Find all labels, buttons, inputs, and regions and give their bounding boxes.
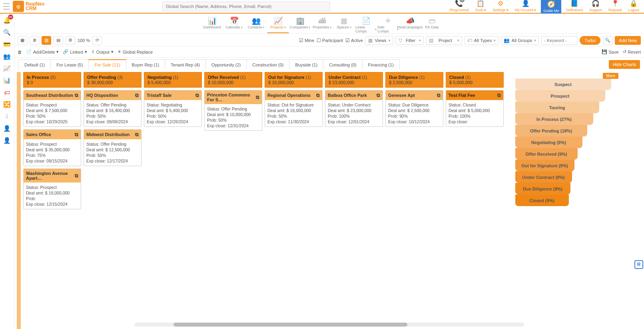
nav-companies[interactable]: 🏢Companies bbox=[289, 15, 311, 33]
card-title[interactable]: HQ Disposition⧉ bbox=[84, 90, 141, 100]
top-tools[interactable]: 📋Tools bbox=[473, 0, 488, 12]
top-definitions[interactable]: 📘Definitions bbox=[564, 0, 584, 12]
column-header[interactable]: Under Contract (1)$ 23,000,000 bbox=[325, 72, 383, 88]
project-card[interactable]: Princeton Commons For S…⧉Status: Offer P… bbox=[204, 90, 262, 131]
project-card[interactable]: Test Flat Fee⧉Status: ClosedDeal amt: $ … bbox=[446, 90, 504, 127]
top-ringcentral[interactable]: 📞0RingCentral bbox=[448, 0, 471, 12]
rail-people[interactable]: 👥 bbox=[4, 53, 11, 60]
tab-for-sale[interactable]: For Sale (11) bbox=[88, 59, 126, 70]
rail-user-grey[interactable]: 👤 bbox=[4, 125, 11, 132]
tab-buyer-rep[interactable]: Buyer Rep (1) bbox=[126, 59, 165, 70]
open-card-icon[interactable]: ⧉ bbox=[256, 94, 259, 100]
card-title[interactable]: Sales Office⧉ bbox=[24, 130, 81, 139]
save-button[interactable]: 💾 Save bbox=[602, 49, 619, 54]
rail-alerts[interactable]: 🔔26 bbox=[4, 17, 11, 24]
tab-default[interactable]: Default (1) bbox=[18, 59, 51, 70]
funnel-segment[interactable]: Closed (9%) bbox=[515, 195, 569, 206]
column-header[interactable]: Negotiating (1)$ 5,400,000 bbox=[144, 72, 202, 88]
keyword-input[interactable] bbox=[541, 36, 577, 45]
top-logout[interactable]: 🔒Logout bbox=[626, 0, 641, 12]
funnel-segment[interactable]: Negotiating (9%) bbox=[515, 136, 582, 148]
column-header[interactable]: Offer Pending (3)$ 38,900,000 bbox=[84, 72, 142, 88]
rail-chart[interactable]: 📊 bbox=[4, 77, 11, 84]
project-card[interactable]: Midwest Distribution⧉Status: Offer Pendi… bbox=[84, 129, 142, 166]
turbo-button[interactable]: Turbo bbox=[580, 36, 600, 45]
project-card[interactable]: Washington Avenue Apart…⧉Status: Prospec… bbox=[23, 169, 81, 209]
open-card-icon[interactable]: ⧉ bbox=[75, 132, 78, 137]
tab-for-lease[interactable]: For Lease (5) bbox=[50, 59, 89, 70]
add-delete-menu[interactable]: 📄 Add/Delete ▾ bbox=[26, 49, 59, 54]
refresh-icon[interactable]: ⟳ bbox=[92, 36, 102, 45]
sel-all-groups[interactable]: 👥All Groups bbox=[501, 36, 539, 45]
app-logo[interactable]: ◎ RealNexCRM bbox=[13, 1, 44, 12]
rail-tag[interactable]: 🏷 bbox=[4, 89, 11, 96]
funnel-segment[interactable]: Prospect bbox=[515, 90, 605, 102]
tab-consulting[interactable]: Consulting (0) bbox=[323, 59, 362, 70]
column-header[interactable]: Out for Signature (1)$ 16,000,000 bbox=[265, 72, 323, 88]
menu-toggle[interactable] bbox=[3, 3, 10, 10]
rail-card[interactable]: 💳 bbox=[4, 41, 11, 48]
tab-opportunity[interactable]: Opportunity (2) bbox=[205, 59, 247, 70]
top-guide-me[interactable]: 🧭Guide Me bbox=[541, 0, 561, 14]
card-title[interactable]: Washington Avenue Apart…⧉ bbox=[24, 169, 81, 183]
sel-views[interactable]: ▦Views bbox=[365, 36, 393, 45]
card-title[interactable]: Midwest Distribution⧉ bbox=[84, 130, 141, 139]
project-card[interactable]: Tristaff Sale⧉Status: NegotiatingDeal am… bbox=[144, 90, 202, 127]
view-list-icon[interactable]: ≣ bbox=[30, 36, 39, 45]
global-search[interactable] bbox=[162, 2, 330, 11]
sel-all-types[interactable]: 🏷All Types bbox=[465, 36, 498, 45]
chk-mine[interactable]: Mine bbox=[299, 38, 314, 43]
tab-financing[interactable]: Financing (1) bbox=[362, 59, 400, 70]
project-card[interactable]: Genesee Apt⧉Status: Due DiligenceDeal am… bbox=[385, 90, 443, 127]
project-card[interactable]: Sales Office⧉Status: ProspectDeal amt: $… bbox=[23, 129, 81, 166]
open-card-icon[interactable]: ⧉ bbox=[316, 92, 320, 98]
rail-shuffle[interactable]: 🔀 bbox=[4, 101, 11, 108]
global-search-input[interactable] bbox=[162, 2, 330, 11]
nav-spaces[interactable]: ▦Spaces bbox=[333, 15, 355, 33]
project-card[interactable]: Southeast Distribution⧉Status: ProspectD… bbox=[23, 90, 81, 127]
card-title[interactable]: Regional Operations⧉ bbox=[265, 90, 322, 100]
hide-charts-button[interactable]: Hide Charts bbox=[609, 60, 640, 69]
open-card-icon[interactable]: ⧉ bbox=[437, 92, 441, 98]
tab-tenant-rep[interactable]: Tenant Rep (4) bbox=[165, 59, 206, 70]
tab-buyside[interactable]: Buyside (1) bbox=[289, 59, 323, 70]
settings-icon[interactable]: ⚙ bbox=[66, 36, 75, 45]
chk-participant[interactable]: Participant bbox=[317, 38, 343, 43]
funnel-segment[interactable]: Out for Signature (9%) bbox=[515, 160, 574, 171]
view-columns-icon[interactable]: ▤ bbox=[54, 36, 63, 45]
top-my-account[interactable]: 👤My Account bbox=[513, 0, 538, 12]
column-header[interactable]: Offer Received (1)$ 10,000,000 bbox=[204, 72, 262, 88]
rail-download[interactable]: ⇩ bbox=[4, 113, 11, 120]
horizontal-scrollbar[interactable] bbox=[134, 323, 524, 327]
top-request[interactable]: 📍Request bbox=[607, 0, 624, 12]
add-new-button[interactable]: Add New bbox=[615, 36, 641, 45]
funnel-segment[interactable]: Suspect bbox=[515, 78, 611, 90]
project-card[interactable]: Balboa Office Park⧉Status: Under Contrac… bbox=[325, 90, 383, 127]
floating-help-icon[interactable]: R bbox=[634, 260, 643, 269]
top-settings[interactable]: ⚙Settings bbox=[491, 0, 510, 12]
view-kanban-icon[interactable]: ▥ bbox=[42, 36, 51, 45]
scrollbar-thumb[interactable] bbox=[173, 323, 407, 327]
chk-active[interactable]: Active bbox=[345, 38, 363, 43]
open-card-icon[interactable]: ⧉ bbox=[75, 92, 78, 98]
nav-realcampaigns[interactable]: 📣RealCampaigns bbox=[399, 15, 421, 33]
rail-user-green[interactable]: 👤 bbox=[4, 137, 11, 144]
card-title[interactable]: Genesee Apt⧉ bbox=[386, 90, 443, 100]
card-title[interactable]: Balboa Office Park⧉ bbox=[325, 90, 383, 100]
open-card-icon[interactable]: ⧉ bbox=[497, 92, 501, 98]
card-title[interactable]: Test Flat Fee⧉ bbox=[446, 90, 503, 100]
global-replace[interactable]: ✳ Global Replace bbox=[118, 49, 153, 54]
card-title[interactable]: Tristaff Sale⧉ bbox=[144, 90, 201, 100]
funnel-segment[interactable]: In Process (27%) bbox=[515, 113, 593, 125]
open-card-icon[interactable]: ⧉ bbox=[135, 92, 139, 98]
nav-sale-comps[interactable]: ✳Sale Comps bbox=[377, 15, 399, 33]
sel-project[interactable]: ▤Project bbox=[426, 36, 462, 45]
nav-lease-comps[interactable]: 📄Lease Comps bbox=[355, 15, 377, 33]
open-card-icon[interactable]: ⧉ bbox=[135, 132, 139, 137]
nav-rx-data[interactable]: 🗃RX Data bbox=[421, 15, 443, 33]
revert-button[interactable]: ↺ Revert bbox=[623, 49, 641, 54]
funnel-segment[interactable]: Under Contract (9%) bbox=[515, 171, 572, 183]
funnel-segment[interactable]: Due Diligence (9%) bbox=[515, 183, 570, 195]
trash-icon[interactable]: 🗑 bbox=[18, 50, 22, 54]
rail-trend[interactable]: 📈 bbox=[4, 65, 11, 72]
